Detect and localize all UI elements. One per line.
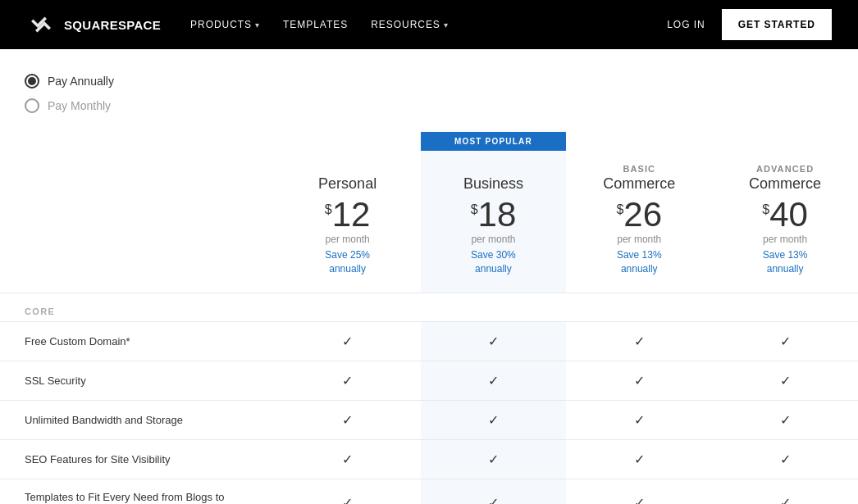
logo-text: SQUARESPACE: [64, 18, 161, 32]
basic-commerce-price-amount: 26: [623, 198, 662, 232]
advanced-commerce-price-amount: 40: [769, 198, 808, 232]
plan-headers-row: Personal $ 12 per month Save 25%annually…: [0, 152, 858, 293]
chevron-down-icon: ▾: [255, 20, 260, 30]
check-icon: ✓: [634, 452, 645, 466]
feature-row-seo: SEO Features for Site Visibility ✓ ✓ ✓ ✓: [0, 439, 858, 479]
plan-header-business: Business $ 18 per month Save 30%annually: [421, 152, 567, 293]
check-icon: ✓: [780, 413, 791, 427]
feature-business-domain: ✓: [421, 321, 567, 361]
check-icon: ✓: [780, 334, 791, 348]
feature-row-ssl: SSL Security ✓ ✓ ✓ ✓: [0, 361, 858, 400]
advanced-commerce-save-text: Save 13%annually: [728, 248, 842, 276]
nav-link-products[interactable]: PRODUCTS ▾: [190, 19, 260, 30]
navbar: SQUARESPACE PRODUCTS ▾ TEMPLATES RESOURC…: [0, 0, 858, 49]
feature-personal-bandwidth: ✓: [275, 400, 421, 439]
feature-name-ssl: SSL Security: [0, 361, 275, 400]
feature-personal-seo: ✓: [275, 439, 421, 479]
navbar-left: SQUARESPACE PRODUCTS ▾ TEMPLATES RESOURC…: [26, 10, 449, 39]
col-empty-header: [0, 152, 275, 293]
business-price-dollar: $: [471, 202, 478, 217]
check-icon: ✓: [780, 374, 791, 388]
banner-empty-left: [0, 129, 275, 152]
banner-row: MOST POPULAR: [0, 129, 858, 152]
advanced-commerce-sub: ADVANCED: [728, 164, 842, 174]
business-plan-name: Business: [437, 175, 550, 193]
check-icon: ✓: [634, 334, 645, 348]
feature-basic-templates: ✓: [566, 479, 712, 504]
banner-personal: [275, 129, 421, 152]
feature-personal-templates: ✓: [275, 479, 421, 504]
check-icon: ✓: [342, 334, 353, 348]
check-icon: ✓: [634, 413, 645, 427]
basic-commerce-price-dollar: $: [616, 202, 623, 217]
feature-advanced-seo: ✓: [712, 439, 858, 479]
pricing-page: Pay Annually Pay Monthly MOST POPULAR: [0, 49, 858, 504]
nav-link-resources[interactable]: RESOURCES ▾: [371, 19, 449, 30]
annually-radio[interactable]: [25, 74, 39, 89]
feature-name-templates: Templates to Fit Every Need from Blogs t…: [0, 479, 275, 504]
business-per-month: per month: [437, 234, 550, 245]
feature-row-domain: Free Custom Domain* ✓ ✓ ✓ ✓: [0, 321, 858, 361]
feature-advanced-bandwidth: ✓: [712, 400, 858, 439]
feature-basic-domain: ✓: [566, 321, 712, 361]
login-button[interactable]: LOG IN: [667, 19, 705, 30]
personal-price-amount: 12: [332, 198, 371, 232]
check-icon: ✓: [342, 374, 353, 388]
most-popular-banner: MOST POPULAR: [421, 132, 567, 151]
feature-row-bandwidth: Unlimited Bandwidth and Storage ✓ ✓ ✓ ✓: [0, 400, 858, 439]
annually-radio-fill: [28, 77, 36, 85]
feature-business-templates: ✓: [421, 479, 567, 504]
basic-commerce-per-month: per month: [582, 234, 696, 245]
section-header-core: CORE: [0, 293, 858, 321]
feature-advanced-ssl: ✓: [712, 361, 858, 400]
feature-business-seo: ✓: [421, 439, 567, 479]
chevron-down-icon-resources: ▾: [444, 20, 449, 30]
monthly-radio[interactable]: [25, 98, 39, 113]
check-icon: ✓: [780, 496, 791, 504]
check-icon: ✓: [780, 452, 791, 466]
feature-name-domain: Free Custom Domain*: [0, 321, 275, 361]
feature-personal-ssl: ✓: [275, 361, 421, 400]
feature-business-ssl: ✓: [421, 361, 567, 400]
personal-price-dollar: $: [325, 202, 332, 217]
advanced-commerce-per-month: per month: [728, 234, 842, 245]
pricing-table: MOST POPULAR Personal $ 12 per month Sav…: [0, 129, 858, 504]
check-icon: ✓: [342, 496, 353, 504]
plan-header-advanced-commerce: ADVANCED Commerce $ 40 per month Save 13…: [712, 152, 858, 293]
check-icon: ✓: [634, 374, 645, 388]
feature-row-templates: Templates to Fit Every Need from Blogs t…: [0, 479, 858, 504]
billing-toggle: Pay Annually Pay Monthly: [0, 66, 858, 129]
feature-name-seo: SEO Features for Site Visibility: [0, 439, 275, 479]
basic-commerce-save-text: Save 13%annually: [582, 248, 696, 276]
feature-business-bandwidth: ✓: [421, 400, 567, 439]
feature-advanced-domain: ✓: [712, 321, 858, 361]
feature-basic-bandwidth: ✓: [566, 400, 712, 439]
check-icon: ✓: [488, 413, 499, 427]
logo[interactable]: SQUARESPACE: [26, 10, 161, 39]
business-price-row: $ 18: [437, 198, 550, 232]
check-icon: ✓: [634, 496, 645, 504]
pay-annually-option[interactable]: Pay Annually: [25, 74, 833, 89]
check-icon: ✓: [488, 334, 499, 348]
feature-basic-ssl: ✓: [566, 361, 712, 400]
get-started-button[interactable]: GET STARTED: [722, 9, 832, 40]
banner-basic: [566, 129, 712, 152]
pay-monthly-option[interactable]: Pay Monthly: [25, 98, 833, 113]
personal-save-text: Save 25%annually: [291, 248, 404, 276]
personal-plan-name: Personal: [291, 175, 404, 193]
check-icon: ✓: [342, 452, 353, 466]
check-icon: ✓: [488, 452, 499, 466]
nav-links: PRODUCTS ▾ TEMPLATES RESOURCES ▾: [190, 19, 449, 30]
business-save-text: Save 30%annually: [437, 248, 550, 276]
check-icon: ✓: [488, 496, 499, 504]
core-section-label: CORE: [0, 293, 858, 321]
basic-commerce-plan-name: Commerce: [582, 175, 696, 193]
check-icon: ✓: [342, 413, 353, 427]
nav-link-templates[interactable]: TEMPLATES: [283, 19, 348, 30]
business-price-amount: 18: [478, 198, 517, 232]
basic-commerce-price-row: $ 26: [582, 198, 696, 232]
banner-advanced: [712, 129, 858, 152]
feature-basic-seo: ✓: [566, 439, 712, 479]
feature-name-bandwidth: Unlimited Bandwidth and Storage: [0, 400, 275, 439]
squarespace-logo-icon: [26, 10, 56, 39]
